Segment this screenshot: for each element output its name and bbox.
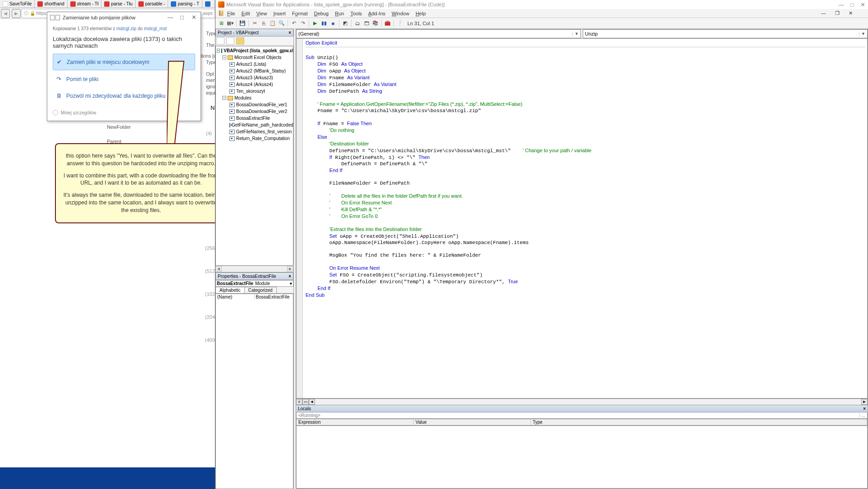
- toggle-folders-icon[interactable]: [236, 37, 244, 45]
- locals-titlebar[interactable]: Locals ×: [296, 405, 868, 412]
- panel-close-icon[interactable]: ×: [288, 30, 291, 35]
- run-icon[interactable]: ▶: [311, 19, 319, 27]
- menu-format[interactable]: Format: [292, 11, 308, 16]
- tab-alphabetic[interactable]: Alphabetic: [215, 287, 245, 293]
- locals-grid[interactable]: [296, 426, 868, 489]
- browser-tab[interactable]: shorthand: [35, 0, 67, 8]
- cut-icon[interactable]: ✂: [251, 19, 259, 27]
- redo-icon[interactable]: ↷: [299, 19, 307, 27]
- help-icon[interactable]: ❔: [396, 19, 404, 27]
- vba-titlebar[interactable]: Microsoft Visual Basic for Applications …: [215, 0, 868, 9]
- save-icon[interactable]: 💾: [238, 19, 247, 27]
- tree-module[interactable]: Return_Rate_Computation: [236, 135, 290, 142]
- pause-icon[interactable]: ▮▮: [320, 19, 328, 27]
- browser-tab[interactable]: SaveToFile: [0, 0, 35, 8]
- project-hscrollbar[interactable]: ◄►: [215, 266, 293, 272]
- hscroll-left-icon[interactable]: ◄: [309, 399, 315, 405]
- browser-tab[interactable]: stream - Tł: [68, 0, 102, 8]
- copy-icon[interactable]: ⎘: [260, 19, 268, 27]
- tree-sheet[interactable]: Arkusz4 (Arkusz4): [236, 81, 273, 88]
- minimize-button[interactable]: —: [838, 1, 844, 8]
- excel-icon[interactable]: ⊞: [217, 19, 225, 27]
- context-menu-icon[interactable]: ...: [859, 413, 865, 418]
- dialog-titlebar[interactable]: Zamienianie lub pomijanie plików — □ ✕: [47, 12, 201, 23]
- col-expression[interactable]: Expression: [297, 419, 414, 425]
- tree-sheet[interactable]: Arkusz1 (Lista): [236, 61, 266, 68]
- browser-tab[interactable]: parsable -: [136, 0, 168, 8]
- find-icon[interactable]: 🔍: [278, 19, 286, 27]
- project-root[interactable]: VBAProject (lista_spolek_gpw.xls: [224, 47, 293, 54]
- design-mode-icon[interactable]: ◩: [341, 19, 349, 27]
- browser-tab[interactable]: parsing - T: [168, 0, 202, 8]
- code-editor[interactable]: Option Explicit Sub Unzip() Dim FSO As O…: [296, 38, 868, 398]
- object-browser-icon[interactable]: 📚: [371, 19, 379, 27]
- col-type[interactable]: Type: [531, 419, 867, 425]
- forward-button[interactable]: ►: [12, 9, 21, 18]
- back-button[interactable]: ◄: [1, 9, 10, 18]
- menu-addins[interactable]: Add-Ins: [368, 11, 385, 16]
- object-dropdown[interactable]: (General)▼: [296, 29, 581, 38]
- maximize-button[interactable]: □: [850, 1, 854, 8]
- properties-icon[interactable]: 🗔: [362, 19, 370, 27]
- more-details-toggle[interactable]: Mniej szczegółów: [53, 110, 195, 115]
- menu-debug[interactable]: Debug: [314, 11, 329, 16]
- replace-files-option[interactable]: ✔ Zamień pliki w miejscu docelowym: [53, 54, 195, 70]
- project-explorer-icon[interactable]: 🗂: [353, 19, 361, 27]
- skip-files-option[interactable]: ↷ Pomiń te pliki: [53, 71, 195, 87]
- tree-module[interactable]: GetFileNames_first_version: [236, 128, 292, 135]
- browser-tab[interactable]: [202, 0, 215, 8]
- procedure-dropdown[interactable]: Unzip▼: [583, 29, 868, 38]
- properties-title[interactable]: Properties - BossaExtractFile ×: [215, 272, 293, 280]
- tree-module[interactable]: BossaDownloadFile_ver1: [236, 101, 287, 108]
- menu-help[interactable]: Help: [416, 11, 426, 16]
- view-object-icon[interactable]: [226, 37, 234, 45]
- menu-window[interactable]: Window: [392, 11, 409, 16]
- tree-module[interactable]: GetFileName_path_hardcoded: [232, 122, 293, 128]
- project-explorer-title[interactable]: Project - VBAProject ×: [215, 29, 293, 36]
- undo-icon[interactable]: ↶: [290, 19, 298, 27]
- tree-module[interactable]: BossaDownloadFile_ver2: [236, 108, 287, 115]
- tree-sheet[interactable]: Ten_skoroszyt: [236, 88, 265, 95]
- code-hscrollbar[interactable]: [315, 399, 861, 405]
- properties-grid[interactable]: (Name) BossaExtractFile: [215, 294, 293, 489]
- hscroll-right-icon[interactable]: ►: [861, 399, 868, 405]
- menu-run[interactable]: Run: [335, 11, 344, 16]
- view-code-icon[interactable]: [216, 37, 224, 45]
- mdi-minimize-button[interactable]: —: [821, 10, 826, 16]
- menu-view[interactable]: View: [256, 11, 267, 16]
- stop-icon[interactable]: ■: [329, 19, 337, 27]
- toolbox-icon[interactable]: 🧰: [384, 19, 392, 27]
- maximize-button[interactable]: □: [178, 14, 186, 21]
- paste-icon[interactable]: 📋: [269, 19, 277, 27]
- mdi-close-button[interactable]: ✕: [849, 10, 853, 16]
- minimize-button[interactable]: —: [166, 14, 174, 21]
- col-value[interactable]: Value: [414, 419, 531, 425]
- mdi-restore-button[interactable]: ❐: [835, 10, 840, 16]
- prop-value[interactable]: BossaExtractFile: [255, 294, 293, 300]
- close-button[interactable]: ✕: [860, 1, 865, 8]
- tree-module[interactable]: BossaExtractFile: [236, 115, 270, 122]
- menu-edit[interactable]: Edit: [242, 11, 250, 16]
- properties-object-select[interactable]: BossaExtractFile Module ▾: [215, 280, 293, 287]
- tree-folder[interactable]: Modules: [234, 95, 251, 101]
- procedure-view-icon[interactable]: ≡: [296, 399, 302, 405]
- code-text[interactable]: Option Explicit Sub Unzip() Dim FSO As O…: [304, 39, 867, 299]
- panel-close-icon[interactable]: ×: [288, 274, 291, 279]
- locals-context-dropdown[interactable]: <Running> ...: [296, 412, 868, 419]
- tree-sheet[interactable]: Arkusz3 (Arkusz3): [236, 74, 273, 81]
- dest-link[interactable]: mstcgl_mst: [144, 26, 167, 31]
- tree-sheet[interactable]: Arkusz2 (MBank_Statsy): [236, 68, 286, 74]
- source-link[interactable]: mstcgl.zip: [116, 26, 136, 31]
- insert-dropdown-icon[interactable]: ▦▾: [226, 19, 234, 27]
- tab-categorized[interactable]: Categorized: [244, 287, 277, 293]
- project-tree[interactable]: −VBAProject (lista_spolek_gpw.xls −Micro…: [215, 46, 293, 266]
- menu-tools[interactable]: Tools: [350, 11, 362, 16]
- tree-folder[interactable]: Microsoft Excel Objects: [234, 54, 281, 61]
- menu-file[interactable]: File: [227, 11, 235, 16]
- menu-insert[interactable]: Insert: [273, 11, 286, 16]
- full-module-view-icon[interactable]: ▭: [302, 399, 309, 405]
- panel-close-icon[interactable]: ×: [863, 406, 866, 411]
- browser-tab[interactable]: parse - Tłu: [101, 0, 136, 8]
- close-button[interactable]: ✕: [190, 14, 198, 21]
- decide-each-option[interactable]: 🗎 Pozwól mi zdecydować dla każdego pliku: [53, 88, 195, 104]
